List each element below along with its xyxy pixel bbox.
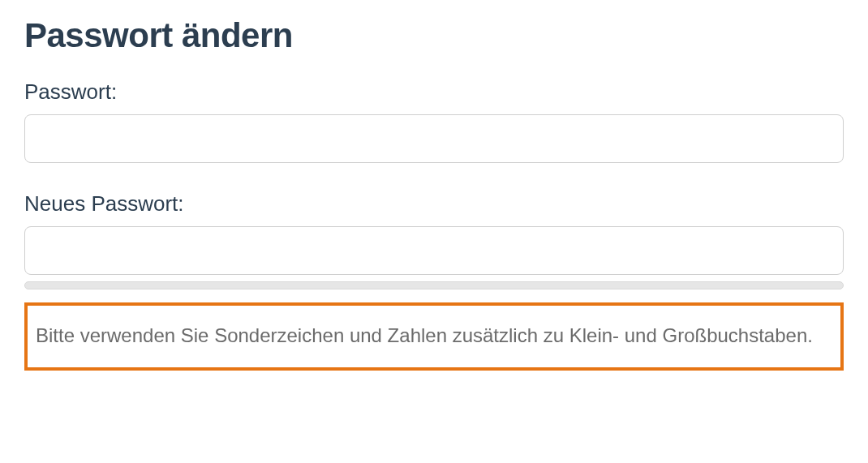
new-password-input[interactable]	[24, 226, 844, 275]
new-password-group: Neues Passwort: Bitte verwenden Sie Sond…	[24, 191, 844, 371]
page-title: Passwort ändern	[24, 16, 844, 55]
password-hint-box: Bitte verwenden Sie Sonderzeichen und Za…	[24, 302, 844, 371]
password-strength-meter	[24, 281, 844, 289]
current-password-label: Passwort:	[24, 79, 844, 105]
current-password-group: Passwort:	[24, 79, 844, 163]
current-password-input[interactable]	[24, 114, 844, 163]
new-password-label: Neues Passwort:	[24, 191, 844, 216]
password-hint-text: Bitte verwenden Sie Sonderzeichen und Za…	[36, 317, 832, 354]
